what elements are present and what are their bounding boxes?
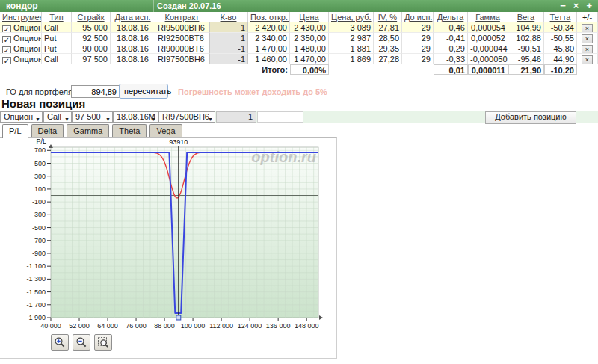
table-row: ✓ОпционCall97 50018.08.16RI97500BH6-11 4… <box>0 54 598 64</box>
delete-row-icon[interactable]: × <box>582 55 593 64</box>
days-cell: 29 <box>402 43 434 54</box>
column-header[interactable]: Тип <box>42 12 72 22</box>
portfolio-margin-input[interactable] <box>71 85 120 98</box>
y-tick-label: -1 500 <box>26 289 46 296</box>
column-header-label: Страйк <box>77 13 104 22</box>
strike-cell: 90 000 <box>72 43 111 54</box>
price-marker-handle[interactable] <box>176 315 181 320</box>
instrument-cell: ✓Опцион <box>0 33 42 43</box>
price-cell: 1 480,00 <box>290 43 329 54</box>
price-cell: 1 470,00 <box>290 54 329 64</box>
totals-empty-cell <box>42 64 72 75</box>
tab-vega[interactable]: Vega <box>150 124 182 137</box>
vega-cell: -95,46 <box>508 54 544 64</box>
row-delete-cell: × <box>577 33 598 43</box>
column-header[interactable]: Поз. откр. по <box>248 12 290 22</box>
x-tick-label: 52 000 <box>69 322 90 330</box>
open_price-cell: 2 340,00 <box>248 33 290 43</box>
days-cell: 29 <box>402 33 434 43</box>
new-position-qty-input[interactable]: 1 <box>216 111 256 123</box>
tab-gamma[interactable]: Gamma <box>67 124 109 137</box>
row-checkbox[interactable]: ✓ <box>2 25 11 33</box>
row-delete-cell: × <box>577 22 598 33</box>
new-position-expiry-select[interactable]: 18.08.16М▼ <box>113 111 158 123</box>
open_price-cell: 1 460,00 <box>248 54 290 64</box>
delta-cell: -0,33 <box>434 54 468 64</box>
column-header[interactable]: IV, % <box>374 12 402 22</box>
price_rub-cell: 1 881 <box>329 43 374 54</box>
gamma-cell: 0,000052 <box>468 33 508 43</box>
column-header[interactable]: Контракт <box>155 12 209 22</box>
new-position-instrument-select[interactable]: Опцион▼ <box>0 111 43 123</box>
zoom-region-button[interactable] <box>94 334 112 351</box>
totals-empty-cell <box>72 64 111 75</box>
totals-delta-cell: 0,01 <box>434 64 468 75</box>
column-header[interactable]: Вега <box>508 12 544 22</box>
column-header[interactable]: +/- <box>577 12 598 22</box>
row-checkbox[interactable]: ✓ <box>2 57 11 64</box>
column-header[interactable]: Дельта <box>434 12 468 22</box>
column-header[interactable]: До исп. <box>402 12 434 22</box>
column-header[interactable]: Дата исп. <box>111 12 155 22</box>
totals-vega-cell: 21,90 <box>508 64 544 75</box>
delete-row-icon[interactable]: × <box>582 45 593 54</box>
new-position-contract-select[interactable]: RI97500BH6▼ <box>158 111 215 123</box>
column-header[interactable]: Инструмент <box>0 12 42 22</box>
row-checkbox[interactable]: ✓ <box>2 36 11 43</box>
new-position-strike-select[interactable]: 97 500▼ <box>72 111 113 123</box>
x-tick-label: 76 000 <box>126 322 147 330</box>
column-header[interactable]: Гамма <box>468 12 508 22</box>
row-checkbox[interactable]: ✓ <box>2 46 11 54</box>
price_rub-cell: 1 869 <box>329 54 374 64</box>
add-icon[interactable]: + <box>586 0 592 12</box>
table-header-row: ИнструментТипСтрайкДата исп.КонтрактК-во… <box>0 12 598 22</box>
iv-cell: 28,50 <box>374 33 402 43</box>
delete-row-icon[interactable]: × <box>582 34 593 43</box>
expiry-cell: 18.08.16 <box>111 22 155 33</box>
table-row: ✓ОпционCall95 00018.08.16RI95000BH612 42… <box>0 22 598 33</box>
column-header[interactable]: Страйк <box>72 12 111 22</box>
column-header[interactable]: Тетта <box>544 12 577 22</box>
y-tick-label: -1 100 <box>26 262 46 270</box>
contract-cell: RI92500BT6 <box>155 33 209 43</box>
new-position-type-select[interactable]: Call▼ <box>43 111 72 123</box>
close-icon[interactable]: × <box>573 0 579 12</box>
column-header-label: К-во <box>221 13 237 22</box>
add-position-button[interactable]: Добавить позицию <box>485 111 576 124</box>
tab-pl[interactable]: P/L <box>2 124 28 138</box>
totals-empty-cell <box>577 64 598 75</box>
contract-cell: RI90000BT6 <box>155 43 209 54</box>
zoom-in-button[interactable] <box>51 334 69 351</box>
totals-row: Итого:0,00%0,010,00001121,90-10,20 <box>0 64 598 75</box>
new-position-price-input[interactable] <box>257 111 303 123</box>
y-tick-label: -300 <box>32 211 46 218</box>
chart-panel: 700500300100-100-300-500-700-900-1 100-1… <box>0 137 337 359</box>
minimize-icon[interactable]: − <box>560 0 566 12</box>
price_rub-cell: 3 089 <box>329 22 374 33</box>
instrument-cell: ✓Опцион <box>0 22 42 33</box>
column-header[interactable]: Цена <box>290 12 329 22</box>
expiry-cell: 18.08.16 <box>111 33 155 43</box>
x-tick-label: 100 000 <box>181 322 206 330</box>
totals-empty-cell <box>209 64 248 75</box>
qty-cell: 1 <box>209 33 248 43</box>
vega-cell: 104,99 <box>508 22 544 33</box>
column-header-label: Инструмент <box>2 13 42 22</box>
window-titlebar: кондор Создан 20.07.16 − × + <box>0 0 598 12</box>
column-header-label: Вега <box>517 13 534 22</box>
column-header[interactable]: К-во <box>209 12 248 22</box>
column-header-label: Контракт <box>165 13 200 22</box>
delete-row-icon[interactable]: × <box>582 24 593 33</box>
y-tick-label: -900 <box>32 250 46 257</box>
days-cell: 29 <box>402 54 434 64</box>
y-axis-arrow <box>49 144 53 148</box>
zoom-out-button[interactable] <box>73 334 90 351</box>
column-header[interactable]: Цена, руб. <box>329 12 374 22</box>
chevron-down-icon: ▼ <box>208 114 213 124</box>
tab-delta[interactable]: Delta <box>31 124 64 137</box>
table-row: ✓ОпционPut90 00018.08.16RI90000BT6-11 47… <box>0 43 598 54</box>
recalculate-button[interactable]: пересчитать <box>119 84 168 99</box>
tab-theta[interactable]: Theta <box>112 124 147 137</box>
chevron-down-icon: ▼ <box>35 114 40 124</box>
current-price-label: 93910 <box>169 138 188 146</box>
